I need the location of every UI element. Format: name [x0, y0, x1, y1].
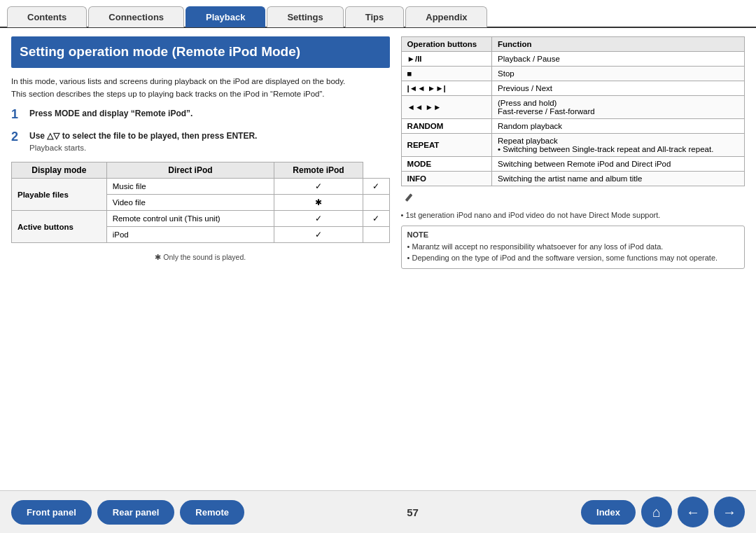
page-title: Setting operation mode (Remote iPod Mode… — [11, 36, 390, 68]
remote-check — [363, 195, 389, 211]
remote-check — [363, 227, 389, 243]
op-button-cell: RANDOM — [401, 119, 491, 134]
tab-settings[interactable]: Settings — [267, 6, 343, 27]
op-button-cell: REPEAT — [401, 134, 491, 157]
op-table-row: ◄◄ ►►(Press and hold) Fast-reverse / Fas… — [401, 96, 744, 119]
op-function-cell: (Press and hold) Fast-reverse / Fast-for… — [492, 96, 745, 119]
direct-check: ✱ — [274, 195, 363, 211]
display-mode-table: Display mode Direct iPod Remote iPod Pla… — [11, 162, 390, 243]
description-line-2: This section describes the steps up to p… — [11, 88, 390, 100]
op-button-cell: ◄◄ ►► — [401, 96, 491, 119]
op-function-cell: Switching between Remote iPod and Direct… — [492, 157, 745, 172]
step-1-text: Press MODE and display “Remote iPod”. — [29, 107, 192, 120]
note-box-label: NOTE — [407, 230, 738, 239]
op-function-cell: Random playback — [492, 119, 745, 134]
step-1-number: 1 — [11, 107, 24, 123]
note-box-line-1: • Marantz will accept no responsibility … — [407, 241, 738, 253]
tab-playback[interactable]: Playback — [186, 6, 265, 27]
index-button[interactable]: Index — [581, 500, 636, 525]
svg-marker-1 — [403, 200, 405, 202]
note-pencil-icon — [401, 192, 745, 207]
section-label: Playable files — [12, 179, 107, 211]
step-2-text: Use △▽ to select the file to be played, … — [29, 130, 257, 142]
forward-icon: → — [722, 504, 736, 520]
step-2: 2 Use △▽ to select the file to be played… — [11, 130, 390, 152]
step-2-content: Use △▽ to select the file to be played, … — [29, 130, 257, 152]
back-icon: ← — [686, 504, 700, 520]
op-function-cell: Stop — [492, 67, 745, 81]
op-col-buttons: Operation buttons — [401, 37, 491, 52]
tab-contents[interactable]: Contents — [7, 6, 87, 27]
op-function-cell: Playback / Pause — [492, 52, 745, 67]
home-icon: ⌂ — [652, 504, 661, 520]
op-col-function: Function — [492, 37, 745, 52]
description-line-1: In this mode, various lists and screens … — [11, 75, 390, 88]
step-2-number: 2 — [11, 130, 24, 145]
home-button[interactable]: ⌂ — [641, 497, 672, 527]
op-function-cell: Previous / Next — [492, 81, 745, 96]
step-1: 1 Press MODE and display “Remote iPod”. — [11, 107, 390, 123]
tab-appendix[interactable]: Appendix — [405, 6, 487, 27]
page-number: 57 — [250, 506, 575, 518]
op-function-cell: Switching the artist name and album titl… — [492, 172, 745, 186]
op-table-row: REPEATRepeat playback • Switching betwee… — [401, 134, 744, 157]
note-box-line-2: • Depending on the type of iPod and the … — [407, 252, 738, 264]
op-button-cell: ►/II — [401, 52, 491, 67]
op-table-row: |◄◄ ►►|Previous / Next — [401, 81, 744, 96]
direct-check: ✓ — [274, 179, 363, 195]
direct-check: ✓ — [274, 211, 363, 227]
back-button[interactable]: ← — [678, 497, 708, 527]
row-label: iPod — [106, 227, 274, 243]
op-table-row: ■Stop — [401, 67, 744, 81]
main-content: Setting operation mode (Remote iPod Mode… — [0, 28, 756, 490]
op-table-row: RANDOMRandom playback — [401, 119, 744, 134]
op-function-cell: Repeat playback • Switching between Sing… — [492, 134, 745, 157]
op-button-cell: ■ — [401, 67, 491, 81]
right-column: Operation buttons Function ►/IIPlayback … — [401, 36, 745, 482]
op-button-cell: MODE — [401, 157, 491, 172]
table-row: Active buttonsRemote control unit (This … — [12, 211, 390, 227]
row-label: Remote control unit (This unit) — [106, 211, 274, 227]
tab-tips[interactable]: Tips — [345, 6, 405, 27]
table-footnote: ✱ Only the sound is played. — [11, 253, 390, 261]
bottom-navigation: Front panel Rear panel Remote 57 Index ⌂… — [0, 490, 756, 533]
section-label: Active buttons — [12, 211, 107, 243]
top-navigation: Contents Connections Playback Settings T… — [0, 0, 756, 28]
remote-check: ✓ — [363, 179, 389, 195]
tab-connections[interactable]: Connections — [88, 6, 184, 27]
op-table-row: MODESwitching between Remote iPod and Di… — [401, 157, 744, 172]
op-button-cell: INFO — [401, 172, 491, 186]
col-direct-ipod: Direct iPod — [106, 162, 274, 179]
op-table-row: INFOSwitching the artist name and album … — [401, 172, 744, 186]
left-column: Setting operation mode (Remote iPod Mode… — [11, 36, 390, 482]
step-2-subtext: Playback starts. — [29, 144, 257, 152]
op-table-row: ►/IIPlayback / Pause — [401, 52, 744, 67]
col-remote-ipod: Remote iPod — [274, 162, 363, 179]
svg-rect-0 — [405, 193, 412, 202]
op-button-cell: |◄◄ ►►| — [401, 81, 491, 96]
remote-check: ✓ — [363, 211, 389, 227]
remote-button[interactable]: Remote — [180, 500, 244, 525]
direct-check: ✓ — [274, 227, 363, 243]
note-box: NOTE • Marantz will accept no responsibi… — [401, 226, 745, 269]
operation-table: Operation buttons Function ►/IIPlayback … — [401, 36, 745, 186]
description-block: In this mode, various lists and screens … — [11, 75, 390, 101]
table-row: Playable filesMusic file✓✓ — [12, 179, 390, 195]
col-display-mode: Display mode — [12, 162, 107, 179]
note-text-1: • 1st generation iPod nano and iPod vide… — [401, 209, 745, 221]
front-panel-button[interactable]: Front panel — [11, 500, 92, 525]
row-label: Music file — [106, 179, 274, 195]
forward-button[interactable]: → — [714, 497, 745, 527]
rear-panel-button[interactable]: Rear panel — [97, 500, 174, 525]
row-label: Video file — [106, 195, 274, 211]
